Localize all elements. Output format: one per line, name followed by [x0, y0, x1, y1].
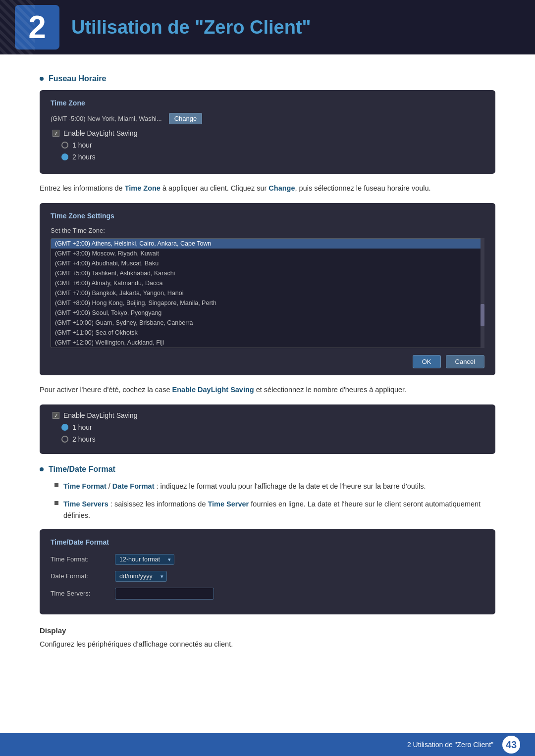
- sub-item-timeformat-text: Time Format / Date Format : indiquez le …: [63, 481, 426, 492]
- page-header: 2 Utilisation de "Zero Client": [0, 0, 535, 54]
- date-format-row: Date Format: dd/mm/yyyy mm/dd/yyyy yyyy/…: [51, 571, 484, 582]
- tz-scrollbar[interactable]: [481, 238, 484, 348]
- tz-list: (GMT +2:00) Athens, Helsinki, Cairo, Ank…: [51, 238, 484, 348]
- daylight-checkbox[interactable]: [53, 412, 59, 419]
- time-date-section: Time/Date Format Time Format / Date Form…: [40, 465, 495, 614]
- time-servers-label: Time Servers:: [51, 590, 115, 597]
- bullet-dot: [40, 77, 44, 81]
- tz-settings-dialog: Time Zone Settings Set the Time Zone: (G…: [40, 203, 495, 375]
- 1hour-radio[interactable]: [61, 142, 68, 149]
- tz-list-item[interactable]: (GMT +8:00) Hong Kong, Beijing, Singapor…: [51, 298, 484, 308]
- daylight-label: Enable DayLight Saving: [63, 411, 137, 419]
- date-format-select[interactable]: dd/mm/yyyy mm/dd/yyyy yyyy/mm/dd: [115, 571, 167, 582]
- page-title: Utilisation de "Zero Client": [71, 17, 311, 38]
- tz-para2-bold: Enable DayLight Saving: [172, 386, 254, 394]
- display-title: Display: [40, 626, 495, 635]
- sub-item-timeformat: Time Format / Date Format : indiquez le …: [54, 481, 495, 492]
- tdf-panel: Time/Date Format Time Format: 12-hour fo…: [40, 529, 495, 614]
- footer-text: 2 Utilisation de "Zero Client": [407, 741, 493, 749]
- time-format-row: Time Format: 12-hour format 24-hour form…: [51, 554, 484, 565]
- daylight-panel: Enable DayLight Saving 1 hour 2 hours: [40, 404, 495, 454]
- 1hour-label: 1 hour: [72, 141, 92, 149]
- 2hours-radio-row[interactable]: 2 hours: [61, 153, 484, 161]
- time-format-bold: Time Format: [63, 482, 107, 490]
- daylight-2hours-radio[interactable]: [61, 436, 68, 443]
- tz-scrollbar-thumb: [481, 304, 484, 326]
- fuseau-horaire-title: Fuseau Horaire: [40, 74, 495, 83]
- timezone-panel-title: Time Zone: [51, 99, 484, 107]
- time-servers-bold: Time Servers: [63, 500, 108, 508]
- tdf-panel-title: Time/Date Format: [51, 538, 484, 546]
- timezone-row: (GMT -5:00) New York, Miami, Washi... Ch…: [51, 113, 484, 124]
- tz-list-item[interactable]: (GMT +11:00) Sea of Okhotsk: [51, 328, 484, 338]
- enable-daylight-label: Enable DayLight Saving: [63, 129, 137, 137]
- daylight-enable-row[interactable]: Enable DayLight Saving: [53, 411, 484, 419]
- dialog-buttons: OK Cancel: [51, 355, 484, 368]
- enable-daylight-checkbox[interactable]: [53, 130, 59, 137]
- enable-daylight-row[interactable]: Enable DayLight Saving: [53, 129, 484, 137]
- sub-item-timeservers: Time Servers : saisissez les information…: [54, 499, 495, 521]
- time-format-select[interactable]: 12-hour format 24-hour format: [115, 554, 174, 565]
- tz-para1-bold2: Change: [268, 184, 295, 192]
- tz-list-item[interactable]: (GMT +2:00) Athens, Helsinki, Cairo, Ank…: [51, 239, 484, 249]
- 1hour-radio-row[interactable]: 1 hour: [61, 141, 484, 149]
- daylight-1hour-row[interactable]: 1 hour: [61, 423, 484, 431]
- cancel-button[interactable]: Cancel: [446, 355, 484, 368]
- tz-list-item[interactable]: (GMT +10:00) Guam, Sydney, Brisbane, Can…: [51, 318, 484, 328]
- sub-bullet-sq1: [54, 483, 58, 487]
- tz-para1-text3: , puis sélectionnez le fuseau horaire vo…: [295, 184, 431, 192]
- time-servers-row: Time Servers:: [51, 588, 484, 600]
- tz-list-item[interactable]: (GMT +7:00) Bangkok, Jakarta, Yangon, Ha…: [51, 288, 484, 298]
- tz-dialog-title: Time Zone Settings: [51, 212, 484, 220]
- date-format-select-wrap[interactable]: dd/mm/yyyy mm/dd/yyyy yyyy/mm/dd: [115, 571, 167, 582]
- time-format-label: Time Format:: [51, 555, 115, 563]
- daylight-2hours-label: 2 hours: [72, 435, 96, 443]
- tz-para1: Entrez les informations de Time Zone à a…: [40, 183, 495, 194]
- tz-list-item[interactable]: (GMT +9:00) Seoul, Tokyo, Pyongyang: [51, 308, 484, 318]
- daylight-2hours-row[interactable]: 2 hours: [61, 435, 484, 443]
- main-content: Fuseau Horaire Time Zone (GMT -5:00) New…: [0, 54, 535, 701]
- tz-dialog-subtitle: Set the Time Zone:: [51, 227, 484, 234]
- sub-item-timeservers-text: Time Servers : saisissez les information…: [63, 499, 495, 521]
- sep1: /: [107, 482, 112, 490]
- current-tz-text: (GMT -5:00) New York, Miami, Washi...: [51, 115, 162, 122]
- tz-para1-text1: Entrez les informations de: [40, 184, 125, 192]
- tz-list-item[interactable]: (GMT +3:00) Moscow, Riyadh, Kuwait: [51, 249, 484, 258]
- daylight-1hour-radio[interactable]: [61, 424, 68, 431]
- chapter-number: 2: [15, 5, 59, 50]
- time-format-select-wrap[interactable]: 12-hour format 24-hour format: [115, 554, 174, 565]
- ok-button[interactable]: OK: [413, 355, 441, 368]
- bullet-dot-2: [40, 467, 44, 471]
- page-footer: 2 Utilisation de "Zero Client" 43: [0, 733, 535, 756]
- date-format-bold: Date Format: [112, 482, 155, 490]
- time-servers-input[interactable]: [115, 588, 214, 600]
- time-server-bold2: Time Server: [208, 500, 249, 508]
- tz-list-item[interactable]: (GMT +4:00) Abudhabi, Muscat, Baku: [51, 258, 484, 268]
- sub-item-text1: : indiquez le format voulu pour l'affich…: [154, 482, 426, 490]
- fuseau-horaire-section: Fuseau Horaire Time Zone (GMT -5:00) New…: [40, 74, 495, 454]
- display-section: Display Configurez les périphériques d'a…: [40, 626, 495, 650]
- sub-bullet-list: Time Format / Date Format : indiquez le …: [40, 481, 495, 521]
- tz-list-item[interactable]: (GMT +5:00) Tashkent, Ashkhabad, Karachi: [51, 268, 484, 278]
- date-format-label: Date Format:: [51, 572, 115, 580]
- sub-bullet-sq2: [54, 501, 58, 505]
- time-date-title: Time/Date Format: [40, 465, 495, 474]
- daylight-1hour-label: 1 hour: [72, 423, 92, 431]
- page-number: 43: [502, 736, 520, 754]
- tz-para2-text2: et sélectionnez le nombre d'heures à app…: [254, 386, 406, 394]
- tz-list-item[interactable]: (GMT +6:00) Almaty, Katmandu, Dacca: [51, 278, 484, 288]
- timezone-panel: Time Zone (GMT -5:00) New York, Miami, W…: [40, 90, 495, 174]
- tz-para2: Pour activer l'heure d'été, cochez la ca…: [40, 384, 495, 396]
- ts-text1: : saisissez les informations de: [108, 500, 208, 508]
- change-button[interactable]: Change: [169, 113, 203, 124]
- 2hours-radio[interactable]: [61, 153, 68, 160]
- display-para: Configurez les périphériques d'affichage…: [40, 639, 495, 650]
- tz-list-item[interactable]: (GMT +12:00) Wellington, Auckland, Fiji: [51, 338, 484, 348]
- tz-para2-text1: Pour activer l'heure d'été, cochez la ca…: [40, 386, 172, 394]
- tz-para1-bold1: Time Zone: [125, 184, 160, 192]
- tz-para1-text2: à appliquer au client. Cliquez sur: [160, 184, 268, 192]
- 2hours-label: 2 hours: [72, 153, 96, 161]
- tz-list-wrap: (GMT +2:00) Athens, Helsinki, Cairo, Ank…: [51, 238, 484, 348]
